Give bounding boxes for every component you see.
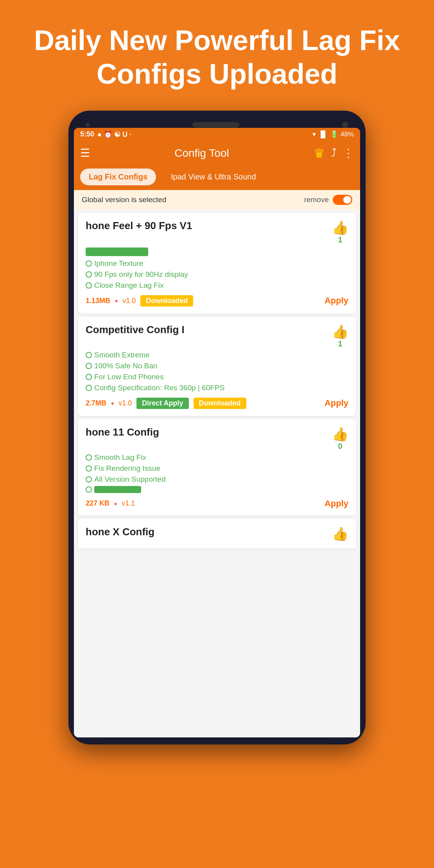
file-size: 227 KB: [86, 499, 109, 508]
card-1-feature-1: Iphone Texture: [86, 259, 348, 268]
thumb-up-icon[interactable]: 👍: [332, 426, 348, 442]
tabs-bar: Lag Fix Configs Ipad View & Ultra Sound: [74, 165, 360, 190]
like-count: 1: [338, 339, 342, 348]
feature-dot-icon: [86, 352, 92, 358]
card-2: Competitive Config I 👍 1 Smooth Extreme …: [78, 317, 356, 416]
thumb-up-icon[interactable]: 👍: [332, 526, 348, 542]
thumb-up-icon[interactable]: 👍: [332, 220, 348, 235]
feature-dot-icon: [86, 282, 92, 289]
like-count: 1: [338, 235, 342, 244]
remove-row: remove: [304, 195, 352, 205]
card-2-feature-3: For Low End Phones: [86, 373, 348, 381]
card-1-feature-3: Close Range Lag Fix: [86, 281, 348, 290]
card-2-header: Competitive Config I 👍 1: [86, 324, 348, 348]
card-3-title: hone 11 Config: [86, 426, 159, 438]
card-1-title: hone Feel + 90 Fps V1: [86, 220, 192, 232]
toggle-switch[interactable]: [333, 195, 352, 205]
feature-dot-icon: [86, 476, 92, 482]
card-2-likes: 👍 1: [332, 324, 348, 348]
battery-icon: 🔋: [330, 130, 338, 138]
status-dot: ● ⏰ ☯ U ·: [97, 130, 131, 139]
share-icon[interactable]: ⤴: [331, 147, 337, 160]
menu-icon[interactable]: ☰: [80, 147, 90, 160]
feature-dot-icon: [86, 374, 92, 380]
card-1-feature-2: 90 Fps only for 90Hz display: [86, 270, 348, 279]
status-right: ▾ ▐▌ 🔋 48%: [312, 130, 354, 138]
card-2-footer: 2.7MB ♦ v1.0 Direct Apply Downloaded App…: [86, 398, 348, 409]
like-count: 0: [338, 442, 342, 451]
version-label: v1.1: [122, 499, 135, 508]
card-3: hone 11 Config 👍 0 Smooth Lag Fix Fix Re…: [78, 419, 356, 516]
card-2-feature-2: 100% Safe No Ban: [86, 362, 348, 370]
more-icon[interactable]: ⋮: [343, 147, 354, 160]
phone-mockup: 5:50 ● ⏰ ☯ U · ▾ ▐▌ 🔋 48% ☰ Config Tool …: [0, 107, 434, 744]
card-3-feature-3: All Version Supported: [86, 475, 348, 484]
version-label: v1.0: [118, 399, 132, 407]
signal-icon: ▐▌: [318, 131, 328, 138]
global-banner: Global version is selected remove: [74, 190, 360, 210]
status-bar: 5:50 ● ⏰ ☯ U · ▾ ▐▌ 🔋 48%: [74, 128, 360, 141]
phone-speaker: [192, 122, 239, 127]
card-3-footer: 227 KB ♦ v1.1 Apply: [86, 499, 348, 509]
crown-icon[interactable]: ♛: [314, 146, 325, 161]
version-label: v1.0: [122, 297, 136, 305]
phone-body: 5:50 ● ⏰ ☯ U · ▾ ▐▌ 🔋 48% ☰ Config Tool …: [68, 111, 366, 744]
apply-button[interactable]: Apply: [325, 499, 348, 509]
feature-dot-icon: [86, 385, 92, 391]
file-size: 1.13MB: [86, 297, 110, 305]
apply-button[interactable]: Apply: [325, 296, 348, 306]
feature-dot-icon: [86, 486, 92, 493]
global-text: Global version is selected: [82, 195, 167, 204]
tab-lag-fix[interactable]: Lag Fix Configs: [80, 169, 156, 185]
wifi-icon: ▾: [312, 130, 316, 138]
direct-apply-badge: Direct Apply: [136, 398, 188, 409]
downloaded-badge: Downloaded: [140, 295, 193, 307]
card-1-footer: 1.13MB ♦ v1.0 Downloaded Apply: [86, 295, 348, 307]
downloaded-badge: Downloaded: [194, 398, 246, 409]
phone-dot: [86, 123, 90, 127]
card-4-likes: 👍: [332, 526, 348, 542]
toolbar: ☰ Config Tool ♛ ⤴ ⋮: [74, 141, 360, 165]
thumb-up-icon[interactable]: 👍: [332, 324, 348, 339]
diamond-icon: ♦: [115, 298, 118, 304]
hero-title: Daily New Powerful Lag Fix Configs Uploa…: [0, 0, 434, 107]
phone-notch: [74, 118, 360, 128]
tab-ipad-view[interactable]: Ipad View & Ultra Sound: [162, 169, 265, 185]
card-4-partial: hone X Config 👍: [78, 519, 356, 549]
phone-camera: [342, 122, 348, 128]
card-4-header: hone X Config 👍: [86, 526, 348, 542]
card-1-header: hone Feel + 90 Fps V1 👍 1: [86, 220, 348, 244]
phone-screen: 5:50 ● ⏰ ☯ U · ▾ ▐▌ 🔋 48% ☰ Config Tool …: [74, 128, 360, 737]
card-3-likes: 👍 0: [332, 426, 348, 451]
diamond-icon: ♦: [114, 500, 117, 507]
remove-label: remove: [304, 195, 329, 204]
card-1: hone Feel + 90 Fps V1 👍 1 Iphone Texture: [78, 213, 356, 314]
card-2-title: Competitive Config I: [86, 324, 185, 336]
card-2-feature-4: Config Specification: Res 360p | 60FPS: [86, 384, 348, 392]
card-1-feature-bar: [86, 247, 148, 256]
toolbar-title: Config Tool: [96, 147, 307, 160]
card-4-title: hone X Config: [86, 526, 154, 538]
feature-dot-icon: [86, 363, 92, 369]
feature-dot-icon: [86, 260, 92, 267]
card-1-likes: 👍 1: [332, 220, 348, 244]
apply-button[interactable]: Apply: [325, 398, 348, 408]
content-area: Global version is selected remove hone F…: [74, 190, 360, 737]
diamond-icon: ♦: [111, 400, 114, 406]
card-3-bar: [94, 486, 141, 493]
card-3-feature-1: Smooth Lag Fix: [86, 453, 348, 462]
file-size: 2.7MB: [86, 399, 106, 407]
card-3-feature-4: [86, 486, 348, 493]
card-3-header: hone 11 Config 👍 0: [86, 426, 348, 451]
card-2-feature-1: Smooth Extreme: [86, 351, 348, 359]
card-3-feature-2: Fix Rendering Issue: [86, 464, 348, 473]
feature-dot-icon: [86, 271, 92, 278]
status-time: 5:50 ● ⏰ ☯ U ·: [80, 130, 131, 139]
feature-dot-icon: [86, 465, 92, 472]
feature-dot-icon: [86, 454, 92, 461]
